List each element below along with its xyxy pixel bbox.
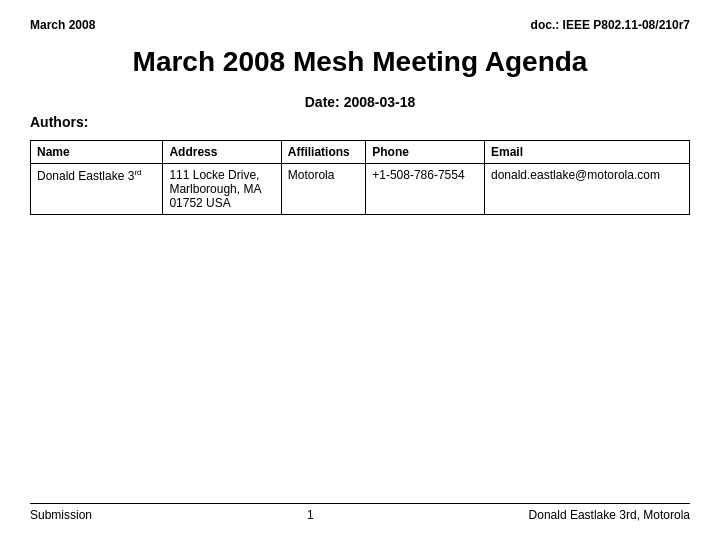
authors-table: Name Address Affiliations Phone Email Do… bbox=[30, 140, 690, 215]
cell-name: Donald Eastlake 3rd bbox=[31, 164, 163, 215]
cell-phone: +1-508-786-7554 bbox=[366, 164, 485, 215]
cell-affiliations: Motorola bbox=[281, 164, 365, 215]
authors-label: Authors: bbox=[30, 114, 690, 130]
header: March 2008 doc.: IEEE P802.11-08/210r7 bbox=[30, 18, 690, 32]
page-title: March 2008 Mesh Meeting Agenda bbox=[30, 46, 690, 78]
footer-left: Submission bbox=[30, 508, 92, 522]
cell-address: 111 Locke Drive,Marlborough, MA01752 USA bbox=[163, 164, 281, 215]
table-header-row: Name Address Affiliations Phone Email bbox=[31, 141, 690, 164]
footer-right: Donald Eastlake 3rd, Motorola bbox=[529, 508, 690, 522]
spacer bbox=[30, 235, 690, 503]
date: Date: 2008-03-18 bbox=[30, 94, 690, 110]
header-right: doc.: IEEE P802.11-08/210r7 bbox=[531, 18, 690, 32]
col-header-affiliations: Affiliations bbox=[281, 141, 365, 164]
footer: Submission 1 Donald Eastlake 3rd, Motoro… bbox=[30, 503, 690, 522]
col-header-address: Address bbox=[163, 141, 281, 164]
cell-email: donald.eastlake@motorola.com bbox=[485, 164, 690, 215]
col-header-name: Name bbox=[31, 141, 163, 164]
footer-center: 1 bbox=[92, 508, 529, 522]
table-row: Donald Eastlake 3rd 111 Locke Drive,Marl… bbox=[31, 164, 690, 215]
page: March 2008 doc.: IEEE P802.11-08/210r7 M… bbox=[0, 0, 720, 540]
col-header-phone: Phone bbox=[366, 141, 485, 164]
col-header-email: Email bbox=[485, 141, 690, 164]
header-left: March 2008 bbox=[30, 18, 95, 32]
